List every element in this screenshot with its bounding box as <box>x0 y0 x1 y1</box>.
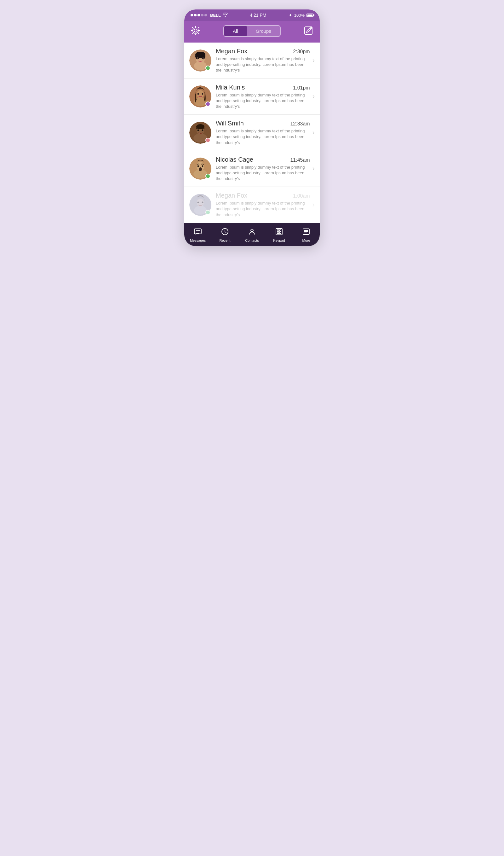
compose-icon[interactable] <box>303 25 313 37</box>
nav-item-recent[interactable]: Recent <box>211 228 238 242</box>
chevron-3: › <box>312 128 315 137</box>
avatar-wrap-4 <box>189 158 211 180</box>
status-dot-4 <box>205 174 211 179</box>
conv-top-1: Megan Fox 2:30pm <box>216 48 310 55</box>
tab-groups[interactable]: Groups <box>247 26 280 36</box>
conv-name-1: Megan Fox <box>216 48 247 55</box>
svg-rect-10 <box>195 52 205 58</box>
conv-name-4: Nicolas Cage <box>216 156 253 163</box>
svg-point-9 <box>202 57 203 59</box>
conv-name-2: Mila Kunis <box>216 84 245 91</box>
chevron-5: › <box>312 201 315 209</box>
signal-dot-2 <box>194 14 197 16</box>
avatar-wrap-2 <box>189 85 211 107</box>
nav-item-keypad[interactable]: Keypad <box>266 228 293 242</box>
conv-preview-2: Lorem Ipsum is simply dummy text of the … <box>216 92 310 110</box>
status-dot-5 <box>205 210 211 215</box>
svg-point-19 <box>198 129 199 131</box>
svg-point-17 <box>193 134 207 142</box>
conv-item-4[interactable]: Nicolas Cage 11:45am Lorem Ipsum is simp… <box>184 151 320 187</box>
conv-info-4: Nicolas Cage 11:45am Lorem Ipsum is simp… <box>216 156 310 182</box>
nav-label-contacts: Contacts <box>245 239 258 242</box>
svg-rect-40 <box>280 230 281 231</box>
conv-preview-4: Lorem Ipsum is simply dummy text of the … <box>216 164 310 182</box>
svg-point-26 <box>202 165 203 167</box>
bluetooth-icon: ✦ <box>289 13 292 18</box>
svg-point-32 <box>202 202 203 203</box>
conv-preview-5: Lorem Ipsum is simply dummy text of the … <box>216 200 310 218</box>
conv-info-1: Megan Fox 2:30pm Lorem Ipsum is simply d… <box>216 48 310 73</box>
svg-point-29 <box>194 206 206 215</box>
signal-dot-4 <box>201 14 203 16</box>
svg-rect-39 <box>277 230 279 231</box>
svg-point-14 <box>198 93 199 95</box>
svg-point-25 <box>198 165 199 167</box>
recent-icon <box>221 228 229 237</box>
status-right: ✦ 100% <box>289 13 313 18</box>
nav-label-more: More <box>302 239 310 242</box>
conversation-list: Megan Fox 2:30pm Lorem Ipsum is simply d… <box>184 42 320 223</box>
conv-info-2: Mila Kunis 1:01pm Lorem Ipsum is simply … <box>216 84 310 110</box>
conv-preview-1: Lorem Ipsum is simply dummy text of the … <box>216 56 310 73</box>
svg-point-15 <box>202 93 203 95</box>
avatar-wrap-1 <box>189 50 211 72</box>
contacts-icon <box>248 228 256 237</box>
carrier-label: BELL <box>210 13 221 18</box>
nav-item-contacts[interactable]: Contacts <box>238 228 266 242</box>
chevron-2: › <box>312 92 315 101</box>
svg-point-8 <box>198 57 199 59</box>
svg-point-27 <box>199 167 202 171</box>
nav-label-keypad: Keypad <box>273 239 285 242</box>
status-dot-1 <box>205 66 211 71</box>
svg-point-6 <box>194 62 206 70</box>
conv-top-4: Nicolas Cage 11:45am <box>216 156 310 163</box>
signal-dots <box>191 14 207 16</box>
svg-point-31 <box>198 202 199 203</box>
svg-point-0 <box>194 29 197 32</box>
conv-preview-3: Lorem Ipsum is simply dummy text of the … <box>216 128 310 145</box>
wifi-icon <box>223 13 228 18</box>
svg-point-37 <box>251 229 253 232</box>
conv-top-5: Megan Fox 1:00am <box>216 192 310 199</box>
nav-label-recent: Recent <box>219 239 231 242</box>
conv-time-5: 1:00am <box>293 193 310 199</box>
avatar-wrap-3 <box>189 122 211 144</box>
svg-rect-41 <box>277 232 279 233</box>
signal-dot-3 <box>198 14 200 16</box>
conv-time-4: 11:45am <box>290 157 310 163</box>
battery-icon <box>306 14 313 17</box>
conv-item-3[interactable]: Will Smith 12:33am Lorem Ipsum is simply… <box>184 115 320 151</box>
conv-time-2: 1:01pm <box>293 85 310 91</box>
nav-label-messages: Messages <box>190 239 206 242</box>
battery-fill <box>307 15 312 16</box>
nav-item-messages[interactable]: Messages <box>184 228 211 242</box>
gear-icon[interactable] <box>191 25 201 37</box>
battery-percent: 100% <box>294 13 305 18</box>
conv-name-3: Will Smith <box>216 120 244 127</box>
status-time: 4:21 PM <box>250 13 266 18</box>
conv-top-2: Mila Kunis 1:01pm <box>216 84 310 91</box>
avatar-wrap-5 <box>189 194 211 216</box>
conv-item-5[interactable]: Megan Fox 1:00am Lorem Ipsum is simply d… <box>184 187 320 223</box>
signal-dot-1 <box>191 14 193 16</box>
conv-name-5: Megan Fox <box>216 192 247 199</box>
tab-toggle: All Groups <box>223 25 281 37</box>
conv-item-1[interactable]: Megan Fox 2:30pm Lorem Ipsum is simply d… <box>184 42 320 79</box>
nav-item-more[interactable]: More <box>293 228 320 242</box>
svg-rect-42 <box>280 232 281 233</box>
conv-time-3: 12:33am <box>290 121 310 127</box>
messages-icon <box>194 228 202 237</box>
chevron-4: › <box>312 164 315 173</box>
svg-rect-38 <box>276 228 282 235</box>
more-icon <box>302 228 310 237</box>
keypad-icon <box>275 228 283 237</box>
conv-item-2[interactable]: Mila Kunis 1:01pm Lorem Ipsum is simply … <box>184 79 320 115</box>
status-dot-2 <box>205 102 211 106</box>
phone-frame: BELL 4:21 PM ✦ 100% <box>184 10 320 246</box>
tab-all[interactable]: All <box>224 26 247 36</box>
svg-rect-2 <box>305 27 312 34</box>
svg-point-20 <box>202 129 203 131</box>
conv-info-5: Megan Fox 1:00am Lorem Ipsum is simply d… <box>216 192 310 218</box>
conv-info-3: Will Smith 12:33am Lorem Ipsum is simply… <box>216 120 310 145</box>
conv-time-1: 2:30pm <box>293 49 310 54</box>
